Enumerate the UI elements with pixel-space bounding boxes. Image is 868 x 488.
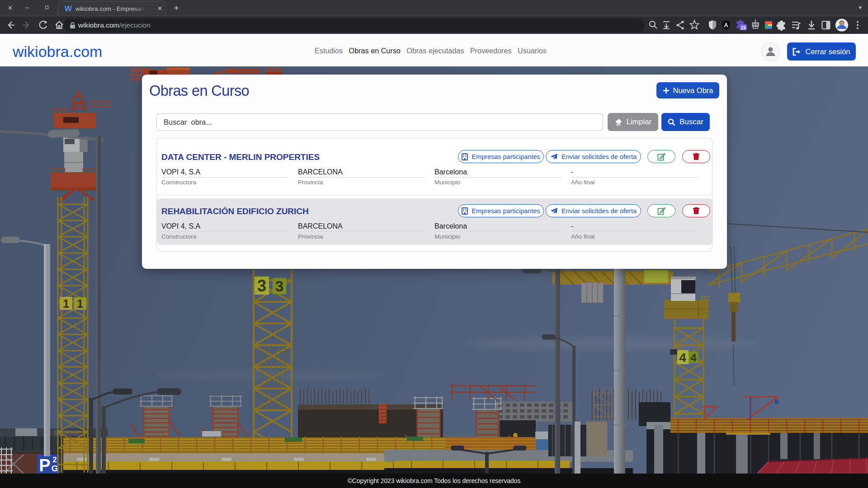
svg-text:4: 4 [679, 351, 686, 365]
svg-text:P: P [39, 456, 50, 475]
svg-text:3: 3 [257, 277, 266, 295]
svg-text:G: G [52, 464, 58, 473]
svg-text:15: 15 [741, 25, 746, 30]
svg-text:1: 1 [63, 297, 69, 310]
svg-text:3: 3 [275, 277, 284, 295]
svg-text:A: A [724, 22, 728, 28]
svg-text:4: 4 [690, 352, 697, 364]
svg-text:2: 2 [52, 455, 57, 464]
svg-text:1: 1 [77, 297, 83, 310]
